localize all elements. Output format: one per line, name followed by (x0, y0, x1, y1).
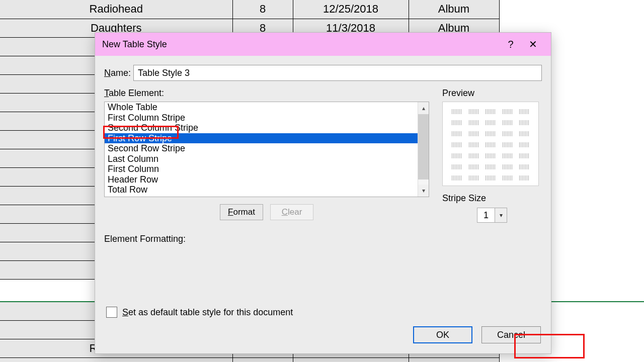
scroll-up-icon[interactable]: ▴ (418, 102, 429, 114)
preview-box (442, 102, 539, 186)
dialog-title: New Table Style (102, 39, 167, 50)
clear-button: Clear (270, 204, 313, 220)
table-element-item[interactable]: Total Row (105, 185, 418, 195)
table-element-item[interactable]: First Column Stripe (105, 113, 418, 123)
element-formatting-label: Element Formatting: (104, 234, 542, 244)
default-checkbox-label: Set as default table style for this docu… (122, 307, 293, 318)
element-formatting-box (104, 247, 542, 302)
ok-button[interactable]: OK (413, 326, 472, 343)
dialog-titlebar[interactable]: New Table Style ? ✕ (95, 33, 551, 56)
table-element-listbox[interactable]: Whole TableFirst Column StripeSecond Col… (104, 102, 429, 197)
table-element-item[interactable]: First Row Stripe (105, 133, 418, 144)
table-element-item[interactable]: Second Row Stripe (105, 143, 418, 154)
stripe-size-spinner[interactable]: 1 ▾ (442, 208, 542, 223)
default-checkbox[interactable] (106, 307, 117, 318)
format-button[interactable]: Format (220, 204, 263, 220)
chevron-down-icon[interactable]: ▾ (495, 208, 507, 223)
name-label: Name: (104, 68, 133, 78)
table-element-item[interactable]: First Column (105, 164, 418, 174)
table-element-label: Table Element: (104, 88, 429, 99)
table-element-item[interactable]: Whole Table (105, 102, 418, 113)
table-element-item[interactable]: Last Column (105, 154, 418, 164)
help-button[interactable]: ? (500, 33, 522, 56)
preview-label: Preview (442, 88, 542, 99)
new-table-style-dialog: New Table Style ? ✕ Name: Table Element:… (95, 32, 551, 354)
stripe-size-value[interactable]: 1 (477, 208, 495, 223)
table-element-item[interactable]: Header Row (105, 174, 418, 185)
cancel-button[interactable]: Cancel (481, 326, 541, 343)
stripe-size-label: Stripe Size (442, 193, 542, 204)
scroll-down-icon[interactable]: ▾ (418, 185, 429, 197)
listbox-scrollbar[interactable]: ▴ ▾ (418, 102, 429, 197)
close-button[interactable]: ✕ (522, 33, 544, 56)
table-element-item[interactable]: Second Column Stripe (105, 123, 418, 133)
name-input[interactable] (133, 65, 542, 81)
